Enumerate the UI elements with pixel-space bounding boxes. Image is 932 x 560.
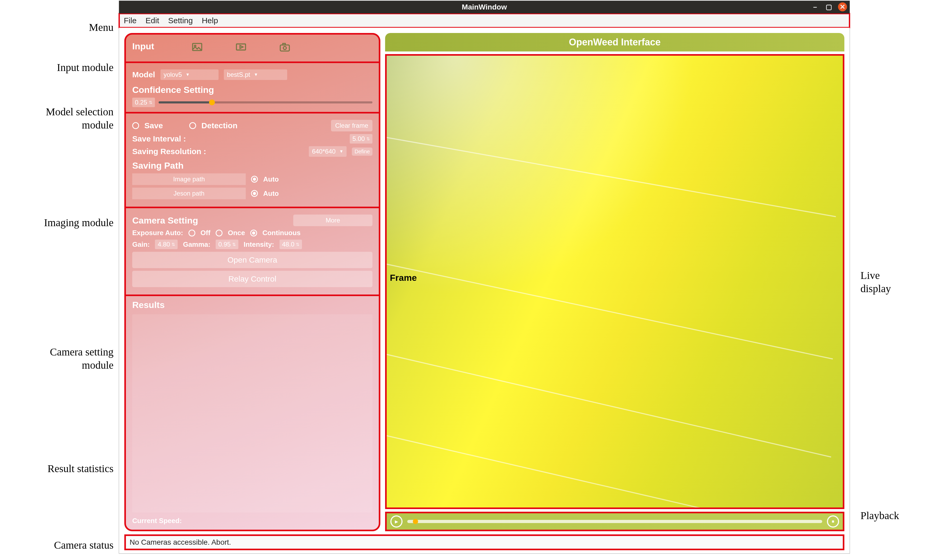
model-weights-dropdown[interactable]: bestS.pt bbox=[224, 69, 287, 80]
svg-rect-2 bbox=[237, 44, 246, 50]
annotation-live-l1: Live bbox=[860, 269, 880, 282]
save-interval-label: Save Interval : bbox=[132, 134, 186, 143]
annotation-model-l2: module bbox=[3, 119, 114, 131]
exposure-once-label: Once bbox=[228, 229, 245, 237]
stop-button[interactable]: ■ bbox=[827, 515, 839, 528]
annotation-input-module: Input module bbox=[3, 61, 114, 74]
save-label: Save bbox=[145, 121, 163, 130]
annotation-menu: Menu bbox=[3, 21, 114, 34]
menu-edit[interactable]: Edit bbox=[145, 16, 159, 25]
playback-bar: ▶ ■ bbox=[385, 512, 844, 531]
detection-radio[interactable] bbox=[189, 122, 196, 129]
relay-control-button[interactable]: Relay Control bbox=[132, 271, 372, 287]
annotation-live-l2: display bbox=[860, 282, 891, 295]
menu-bar: File Edit Setting Help bbox=[119, 14, 850, 28]
annotation-camera-status: Camera status bbox=[3, 539, 114, 551]
video-icon[interactable] bbox=[235, 41, 247, 54]
image-path-auto-radio[interactable] bbox=[251, 176, 258, 183]
results-textarea bbox=[132, 314, 372, 512]
frame-label: Frame bbox=[390, 272, 417, 283]
titlebar: MainWindow – ▢ ✕ bbox=[119, 1, 850, 14]
annotation-model-l1: Model selection bbox=[3, 106, 114, 118]
image-path-input[interactable]: Image path bbox=[132, 173, 246, 185]
clear-frame-button[interactable]: Clear frame bbox=[331, 120, 372, 131]
annotation-imaging: Imaging module bbox=[3, 216, 114, 229]
gain-spinbox[interactable]: 4.80 bbox=[155, 240, 178, 249]
intensity-spinbox[interactable]: 48.0 bbox=[280, 240, 302, 249]
camera-icon[interactable] bbox=[279, 41, 291, 54]
window-title: MainWindow bbox=[462, 3, 507, 11]
saving-resolution-label: Saving Resolution : bbox=[132, 147, 206, 156]
current-speed-label: Current Speed: bbox=[132, 517, 372, 525]
window-maximize-button[interactable]: ▢ bbox=[824, 2, 833, 11]
annotation-playback: Playback bbox=[860, 509, 899, 522]
gamma-label: Gamma: bbox=[183, 240, 211, 249]
camera-setting-module: Camera Setting More Exposure Auto: Off O… bbox=[124, 207, 380, 296]
intensity-label: Intensity: bbox=[244, 240, 274, 249]
status-bar: No Cameras accessible. Abort. bbox=[124, 534, 844, 550]
play-button[interactable]: ▶ bbox=[391, 515, 403, 528]
confidence-heading: Confidence Setting bbox=[132, 85, 372, 95]
model-arch-dropdown[interactable]: yolov5 bbox=[160, 69, 218, 80]
settings-sidebar: Input Model yolov5 bestS.pt bbox=[124, 33, 380, 531]
camera-heading: Camera Setting bbox=[132, 215, 198, 226]
results-module: Results Current Speed: bbox=[124, 294, 380, 531]
image-icon[interactable] bbox=[191, 41, 203, 54]
interface-title: OpenWeed Interface bbox=[385, 33, 844, 51]
main-window: MainWindow – ▢ ✕ File Edit Setting Help … bbox=[119, 0, 850, 554]
jeson-path-auto-radio[interactable] bbox=[251, 190, 258, 197]
svg-rect-6 bbox=[283, 43, 285, 45]
saving-resolution-dropdown[interactable]: 640*640 bbox=[309, 146, 346, 157]
window-minimize-button[interactable]: – bbox=[811, 2, 820, 11]
annotation-camera-l1: Camera setting bbox=[3, 346, 114, 358]
menu-help[interactable]: Help bbox=[201, 16, 218, 25]
jeson-path-auto-label: Auto bbox=[263, 189, 279, 198]
results-heading: Results bbox=[132, 300, 372, 310]
save-radio[interactable] bbox=[132, 122, 139, 129]
menu-file[interactable]: File bbox=[124, 16, 137, 25]
annotation-camera-l2: module bbox=[3, 359, 114, 371]
gamma-spinbox[interactable]: 0.95 bbox=[216, 240, 238, 249]
status-text: No Cameras accessible. Abort. bbox=[129, 538, 231, 546]
define-button[interactable]: Define bbox=[352, 148, 372, 156]
exposure-once-radio[interactable] bbox=[216, 229, 223, 237]
exposure-continuous-radio[interactable] bbox=[250, 229, 257, 237]
saving-path-heading: Saving Path bbox=[132, 160, 372, 171]
live-display: Frame bbox=[385, 54, 844, 509]
input-module: Input bbox=[124, 33, 380, 63]
menu-setting[interactable]: Setting bbox=[168, 16, 193, 25]
imaging-module: Save Detection Clear frame Save Interval… bbox=[124, 112, 380, 208]
image-path-auto-label: Auto bbox=[263, 175, 279, 183]
exposure-off-label: Off bbox=[201, 229, 211, 237]
svg-rect-4 bbox=[280, 45, 289, 51]
annotation-results: Result statistics bbox=[3, 462, 114, 475]
detection-label: Detection bbox=[201, 121, 238, 130]
window-close-button[interactable]: ✕ bbox=[838, 2, 847, 11]
model-selection-module: Model yolov5 bestS.pt Confidence Setting… bbox=[124, 62, 380, 114]
svg-marker-3 bbox=[240, 45, 243, 49]
svg-point-5 bbox=[283, 46, 286, 49]
gain-label: Gain: bbox=[132, 240, 150, 249]
confidence-spinbox[interactable]: 0.25 bbox=[132, 98, 155, 107]
model-heading: Model bbox=[132, 70, 155, 79]
exposure-label: Exposure Auto: bbox=[132, 229, 183, 237]
jeson-path-input[interactable]: Jeson path bbox=[132, 188, 246, 199]
save-interval-spinbox[interactable]: 5.00 bbox=[350, 134, 372, 143]
confidence-slider[interactable] bbox=[158, 102, 372, 103]
open-camera-button[interactable]: Open Camera bbox=[132, 252, 372, 268]
camera-more-button[interactable]: More bbox=[293, 215, 372, 226]
input-heading: Input bbox=[132, 41, 154, 51]
playback-slider[interactable] bbox=[407, 520, 822, 523]
exposure-off-radio[interactable] bbox=[188, 229, 195, 237]
exposure-continuous-label: Continuous bbox=[262, 229, 300, 237]
